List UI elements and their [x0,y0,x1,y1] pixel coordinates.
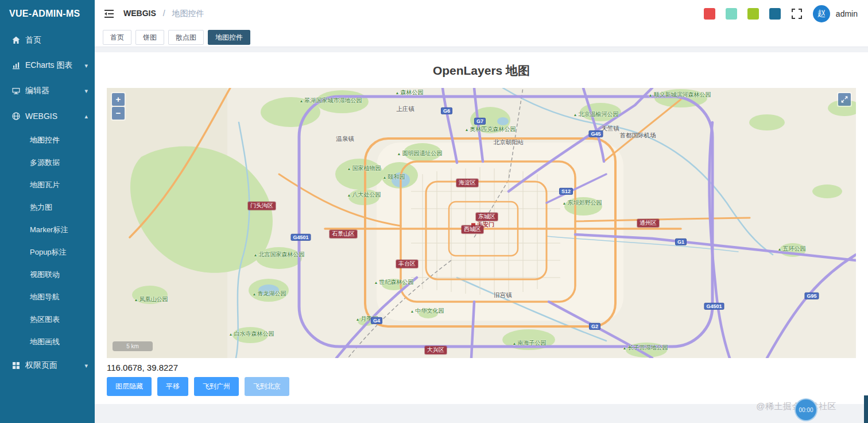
sidebar-item-webgis[interactable]: WEBGIS ▴ [0,103,95,129]
sidebar-item-echarts[interactable]: ECharts 图表 ▾ [0,53,95,78]
avatar[interactable]: 赵 [813,5,830,22]
mouse-coordinates: 116.0678, 39.8227 [107,363,856,372]
menu-fold-icon[interactable] [103,7,115,20]
sidebar-item-hotzone-chart[interactable]: 热区图表 [0,308,95,330]
layer-hide-button[interactable]: 图层隐藏 [107,377,152,396]
breadcrumb: WEBGIS / 地图控件 [123,9,204,19]
webgis-submenu: 地图控件 多源数据 地图瓦片 热力图 Marker标注 Popup标注 视图联动… [0,129,95,353]
theme-swatch-red[interactable] [704,8,715,20]
sidebar-menu: 首页 ECharts 图表 ▾ 编辑器 ▾ WEBGIS [0,28,95,378]
globe-icon [11,111,21,121]
sidebar-item-multi-source[interactable]: 多源数据 [0,151,95,174]
sidebar-item-label: 权限页面 [25,360,84,371]
sidebar-item-label: WEBGIS [25,111,84,121]
tab-home[interactable]: 首页 [103,30,131,45]
sidebar-item-popup[interactable]: Popup标注 [0,241,95,263]
sidebar-item-map-nav[interactable]: 地图导航 [0,286,95,308]
sidebar-item-permission[interactable]: 权限页面 ▾ [0,353,95,378]
home-icon [11,36,21,45]
pan-button[interactable]: 平移 [157,377,188,396]
sidebar-item-marker[interactable]: Marker标注 [0,218,95,241]
theme-swatch-teal[interactable] [726,8,737,20]
breadcrumb-section[interactable]: WEBGIS [123,9,156,18]
scrollbar-thumb[interactable] [864,395,868,423]
main-area: WEBGIS / 地图控件 赵 admin 首页 饼图 散点图 地图 [95,0,868,423]
tab-map-controls[interactable]: 地图控件 [208,30,250,45]
zoom-out-button[interactable]: − [112,107,125,120]
editor-icon [11,86,21,95]
app-logo: VUE-ADMIN-MS [0,0,95,28]
sidebar-item-label: 编辑器 [25,86,84,96]
theme-swatch-green[interactable] [747,8,759,20]
tab-pie-chart[interactable]: 饼图 [135,30,164,45]
content: OpenLayers 地图 [95,47,868,423]
map-card: OpenLayers 地图 [95,52,868,404]
tab-scatter-chart[interactable]: 散点图 [168,30,204,45]
sidebar: VUE-ADMIN-MS 首页 ECharts 图表 ▾ 编辑器 [0,0,95,423]
timer-badge: 00:00 [795,398,817,421]
grid-icon [11,361,21,370]
bar-chart-icon [11,61,21,70]
chevron-down-icon: ▾ [84,62,88,70]
sidebar-item-map-tiles[interactable]: 地图瓦片 [0,174,95,196]
sidebar-item-home[interactable]: 首页 [0,28,95,53]
chevron-down-icon: ▾ [84,87,88,95]
map-actions: 图层隐藏 平移 飞到广州 飞到北京 [107,377,856,396]
breadcrumb-page: 地图控件 [172,9,204,18]
sidebar-item-editor[interactable]: 编辑器 ▾ [0,78,95,103]
theme-swatch-blue[interactable] [769,8,781,20]
breadcrumb-separator: / [163,9,165,18]
map-basemap [107,88,856,358]
username: admin [836,9,858,18]
fly-to-guangzhou-button[interactable]: 飞到广州 [194,377,239,396]
topbar: WEBGIS / 地图控件 赵 admin [95,0,868,28]
fly-to-beijing-button[interactable]: 飞到北京 [245,377,289,396]
chevron-up-icon: ▴ [84,113,88,120]
sidebar-item-label: ECharts 图表 [25,60,84,71]
zoom-in-button[interactable]: + [112,93,125,106]
map-canvas[interactable]: 翠湖国家城市湿地公园森林公园奥林匹克森林公园北京温榆河公园顺义新城滨河森林公园圆… [107,88,856,358]
sidebar-item-map-controls[interactable]: 地图控件 [0,129,95,151]
map-zoom-control: + − [111,92,126,121]
app-root: VUE-ADMIN-MS 首页 ECharts 图表 ▾ 编辑器 [0,0,868,423]
sidebar-item-heatmap[interactable]: 热力图 [0,196,95,218]
sidebar-item-label: 首页 [25,35,88,45]
sidebar-item-view-link[interactable]: 视图联动 [0,263,95,286]
sidebar-item-map-draw[interactable]: 地图画线 [0,330,95,353]
map-fullscreen-button[interactable] [838,93,851,106]
fullscreen-icon[interactable] [791,8,803,20]
page-title: OpenLayers 地图 [107,63,856,79]
map-scale-line: 5 km [113,341,153,351]
chevron-down-icon: ▾ [84,362,88,370]
tags-bar: 首页 饼图 散点图 地图控件 [95,28,868,47]
map-fullscreen-control [837,92,852,107]
